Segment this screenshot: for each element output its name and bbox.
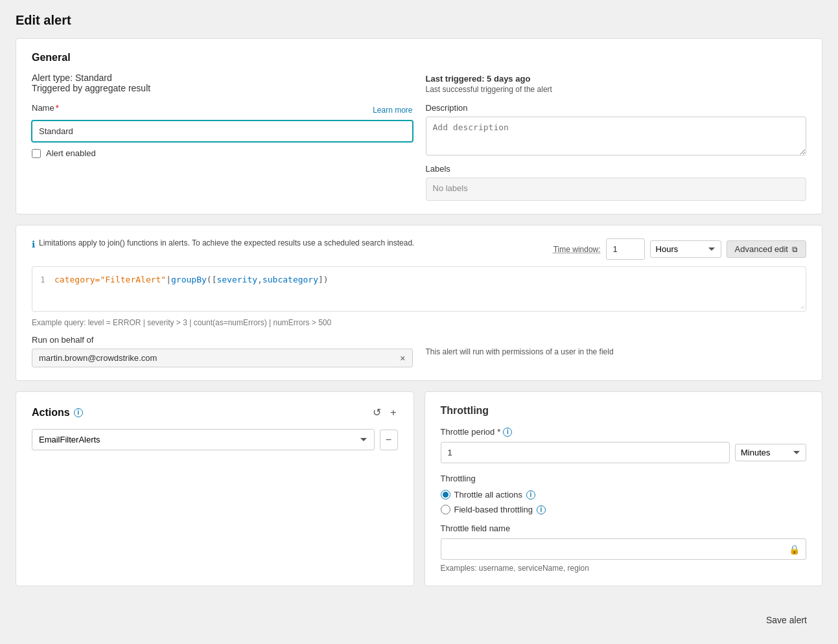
hours-select[interactable]: Minutes Hours Days — [650, 240, 721, 258]
time-window-input[interactable] — [606, 238, 645, 260]
add-action-button[interactable]: + — [389, 406, 397, 420]
action-select[interactable]: EmailFilterAlerts SlackNotify PagerDuty — [32, 429, 375, 450]
throttle-period-input[interactable] — [441, 442, 730, 463]
field-based-label: Field-based throttling — [454, 505, 533, 514]
lock-icon: 🔒 — [789, 544, 800, 555]
query-info-icon: ℹ — [32, 239, 35, 249]
throttle-field-name-label: Throttle field name — [441, 523, 807, 533]
alert-enabled-label: Alert enabled — [46, 148, 96, 158]
throttle-all-row: Throttle all actions i — [441, 490, 807, 500]
throttling-sub-label: Throttling — [441, 474, 807, 483]
refresh-actions-button[interactable]: ↺ — [371, 405, 382, 420]
save-button[interactable]: Save alert — [766, 615, 807, 625]
remove-action-button[interactable]: − — [380, 430, 398, 450]
alert-type-info: Alert type: Standard Triggered by aggreg… — [32, 73, 413, 94]
field-based-radio[interactable] — [441, 505, 450, 514]
query-section: ℹ Limitations apply to join() functions … — [16, 225, 822, 381]
actions-section: Actions i ↺ + EmailFilterAlerts Slac — [16, 391, 414, 586]
actions-title: Actions — [32, 407, 70, 419]
labels-field[interactable]: No labels — [426, 178, 807, 201]
general-section: General Alert type: Standard Triggered b… — [16, 38, 822, 214]
resize-handle: ⌟ — [800, 301, 804, 310]
labels-label: Labels — [426, 164, 807, 174]
description-textarea[interactable] — [426, 117, 807, 155]
refresh-icon: ↺ — [373, 407, 381, 418]
field-examples: Examples: username, serviceName, region — [441, 564, 807, 573]
code-content[interactable]: category="FilterAlert"|groupBy([severity… — [54, 275, 329, 284]
last-triggered-sub: Last successful triggering of the alert — [426, 85, 807, 94]
field-based-row: Field-based throttling i — [441, 505, 807, 514]
throttle-period-label: Throttle period * i — [441, 427, 807, 437]
throttle-all-radio[interactable] — [441, 490, 450, 500]
throttle-all-info-icon: i — [526, 490, 535, 500]
advanced-edit-button[interactable]: Advanced edit ⧉ — [727, 240, 806, 258]
time-unit-select[interactable]: Seconds Minutes Hours Days — [735, 444, 806, 461]
add-icon: + — [390, 407, 396, 418]
last-triggered-info: Last triggered: 5 days ago Last successf… — [426, 73, 807, 94]
run-on-behalf-field[interactable]: martin.brown@crowdstrike.com × — [32, 349, 413, 367]
example-query: Example query: level = ERROR | severity … — [32, 318, 806, 327]
minus-icon: − — [386, 434, 391, 446]
footer: Save alert — [16, 607, 822, 633]
run-on-behalf-label: Run on behalf of — [32, 335, 413, 345]
action-row: EmailFilterAlerts SlackNotify PagerDuty … — [32, 429, 398, 450]
page-title: Edit alert — [16, 13, 822, 28]
learn-more-link[interactable]: Learn more — [373, 106, 412, 115]
advanced-edit-icon: ⧉ — [792, 245, 798, 254]
query-code-editor[interactable]: 1 category="FilterAlert"|groupBy([severi… — [32, 266, 806, 312]
actions-info-icon: i — [74, 408, 83, 417]
name-field-label: Name* — [32, 103, 59, 113]
time-window-label: Time window: — [553, 245, 601, 254]
throttle-field-input[interactable] — [441, 538, 807, 560]
limitations-text: Limitations apply to join() functions in… — [39, 238, 414, 247]
throttle-field-wrapper: 🔒 — [441, 538, 807, 560]
permissions-note: This alert will run with permissions of … — [426, 347, 614, 356]
throttling-title: Throttling — [441, 405, 807, 417]
name-input[interactable] — [32, 121, 413, 142]
throttling-section: Throttling Throttle period * i Seconds M… — [425, 391, 823, 586]
general-title: General — [32, 52, 806, 63]
last-triggered-label: Last triggered: 5 days ago — [426, 74, 807, 84]
description-label: Description — [426, 103, 807, 113]
run-on-behalf-value: martin.brown@crowdstrike.com — [39, 353, 396, 363]
throttle-all-label: Throttle all actions — [454, 490, 523, 500]
line-number: 1 — [40, 275, 48, 284]
clear-user-button[interactable]: × — [400, 354, 405, 363]
field-based-info-icon: i — [537, 505, 546, 514]
alert-enabled-checkbox[interactable] — [32, 149, 41, 158]
alert-type-label: Alert type: Standard — [32, 73, 413, 83]
throttle-period-info-icon: i — [503, 428, 512, 437]
alert-type-sub: Triggered by aggregate result — [32, 83, 413, 93]
